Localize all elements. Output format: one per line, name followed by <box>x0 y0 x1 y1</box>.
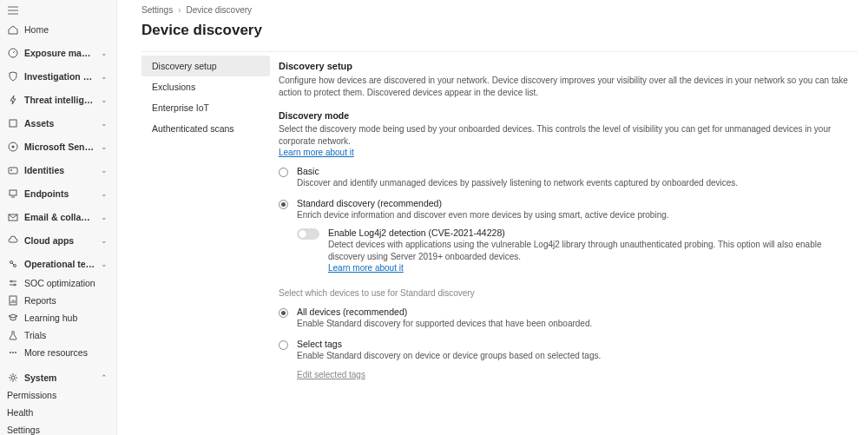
radio-standard-label: Standard discovery (recommended) <box>297 198 856 208</box>
radio-select-tags-label: Select tags <box>297 339 856 349</box>
sidebar-item-label: Learning hub <box>24 313 109 323</box>
sidebar-item-trials[interactable]: Trials <box>0 326 116 344</box>
sidebar-item-permissions[interactable]: Permissions <box>0 386 116 404</box>
gear-icon <box>7 372 19 384</box>
chevron-up-icon: ⌃ <box>101 373 109 382</box>
sidebar-item-label: Microsoft Sentinel <box>24 142 95 152</box>
sidebar-item-system[interactable]: System⌃ <box>0 369 116 386</box>
svg-point-10 <box>10 280 12 282</box>
sidebar-item-label: Operational technology <box>24 259 95 269</box>
sidebar-item-exposure-management[interactable]: Exposure management⌄ <box>0 44 116 62</box>
flask-icon <box>7 329 19 341</box>
radio-all-devices-label: All devices (recommended) <box>297 306 856 317</box>
sentinel-icon <box>7 141 19 153</box>
more-icon <box>7 346 19 359</box>
sidebar-item-cloud-apps[interactable]: Cloud apps⌄ <box>0 232 116 249</box>
edit-selected-tags-link[interactable]: Edit selected tags <box>297 370 365 379</box>
section-discovery-mode-desc: Select the discovery mode being used by … <box>279 123 856 147</box>
sidebar-item-threat-intelligence[interactable]: Threat intelligence⌄ <box>0 91 116 109</box>
sidebar-item-label: Settings <box>7 425 109 435</box>
sidebar-item-label: Cloud apps <box>24 235 95 246</box>
learn-more-link[interactable]: Learn more about it <box>279 148 354 157</box>
sidebar-item-label: Health <box>7 407 109 418</box>
radio-basic-input[interactable] <box>279 168 288 177</box>
radio-all-devices: All devices (recommended) Enable Standar… <box>279 306 856 330</box>
sidebar-item-investigation-response[interactable]: Investigation & response⌄ <box>0 68 116 85</box>
sidebar-item-label: SOC optimization <box>24 278 109 288</box>
chevron-down-icon: ⌄ <box>101 72 109 81</box>
chevron-down-icon: ⌄ <box>101 189 109 198</box>
radio-select-tags-desc: Enable Standard discovery on device or d… <box>297 350 856 362</box>
chevron-down-icon: ⌄ <box>101 166 109 175</box>
sidebar-item-assets[interactable]: Assets⌄ <box>0 115 116 132</box>
nav-system: System⌃PermissionsHealthSettings <box>0 363 116 435</box>
breadcrumb: Settings › Device discovery <box>141 5 858 15</box>
tab-authenticated-scans[interactable]: Authenticated scans <box>141 118 270 139</box>
sidebar-item-endpoints[interactable]: Endpoints⌄ <box>0 185 116 202</box>
toggle-log4j-desc: Detect devices with applications using t… <box>328 239 856 262</box>
sidebar-item-label: Reports <box>24 295 109 306</box>
radio-all-devices-desc: Enable Standard discovery for supported … <box>297 318 856 330</box>
vertical-tabs: Discovery setupExclusionsEnterprise IoTA… <box>141 52 270 379</box>
panel-intro: Configure how devices are discovered in … <box>279 75 856 98</box>
radio-all-devices-input[interactable] <box>279 308 288 318</box>
sidebar-item-operational-technology[interactable]: Operational technology⌄ <box>0 255 116 273</box>
sidebar-item-label: Permissions <box>7 390 109 400</box>
gauge-icon <box>7 47 19 59</box>
tab-discovery-setup[interactable]: Discovery setup <box>141 56 270 76</box>
tab-enterprise-iot[interactable]: Enterprise IoT <box>141 97 270 118</box>
chevron-right-icon: › <box>178 5 181 15</box>
section-select-devices: Select which devices to use for Standard… <box>279 288 856 298</box>
radio-select-tags-input[interactable] <box>279 340 288 350</box>
tune-icon <box>7 277 19 289</box>
page-title: Device discovery <box>141 22 858 39</box>
radio-standard: Standard discovery (recommended) Enrich … <box>279 198 856 274</box>
svg-rect-4 <box>9 168 17 174</box>
ot-icon <box>7 258 19 270</box>
sidebar-item-email-collaboration[interactable]: Email & collaboration⌄ <box>0 208 116 226</box>
sidebar-item-label: More resources <box>24 347 109 358</box>
section-discovery-mode: Discovery mode <box>279 110 856 121</box>
sidebar-item-more-resources[interactable]: More resources <box>0 344 116 361</box>
sidebar-item-home[interactable]: Home <box>0 21 116 38</box>
sidebar-item-label: Home <box>24 24 109 35</box>
svg-point-15 <box>15 352 16 353</box>
endpoint-icon <box>7 188 19 200</box>
radio-select-tags: Select tags Enable Standard discovery on… <box>279 339 856 362</box>
breadcrumb-item-current[interactable]: Device discovery <box>186 5 252 15</box>
svg-point-5 <box>10 169 12 171</box>
breadcrumb-item-settings[interactable]: Settings <box>141 5 173 15</box>
sidebar-item-label: Trials <box>24 330 109 340</box>
panel-heading: Discovery setup <box>279 61 856 71</box>
sidebar-item-soc-optimization[interactable]: SOC optimization <box>0 274 116 292</box>
chevron-down-icon: ⌄ <box>101 213 109 221</box>
learn-more-log4j-link[interactable]: Learn more about it <box>328 263 404 273</box>
sidebar-item-label: Identities <box>24 165 95 175</box>
radio-standard-input[interactable] <box>279 200 288 209</box>
svg-point-16 <box>11 376 15 379</box>
sidebar-item-microsoft-sentinel[interactable]: Microsoft Sentinel⌄ <box>0 138 116 155</box>
shield-icon <box>7 70 19 82</box>
chevron-down-icon: ⌄ <box>101 260 109 268</box>
radio-basic-label: Basic <box>297 166 856 176</box>
radio-basic-desc: Discover and identify unmanaged devices … <box>297 177 856 189</box>
svg-rect-6 <box>10 190 16 195</box>
svg-point-3 <box>12 146 15 148</box>
main-area: Settings › Device discovery Device disco… <box>117 0 868 435</box>
report-icon <box>7 294 19 306</box>
nav-primary: HomeExposure management⌄Investigation & … <box>0 21 116 273</box>
menu-toggle-icon[interactable] <box>0 3 116 17</box>
sidebar-item-identities[interactable]: Identities⌄ <box>0 161 116 179</box>
sidebar-item-health[interactable]: Health <box>0 404 116 421</box>
toggle-log4j-switch[interactable] <box>297 228 319 240</box>
panel-discovery-setup: Discovery setup Configure how devices ar… <box>270 52 858 379</box>
sidebar-item-learning-hub[interactable]: Learning hub <box>0 309 116 326</box>
svg-point-14 <box>12 352 14 353</box>
sidebar-item-label: Investigation & response <box>24 71 95 82</box>
chevron-down-icon: ⌄ <box>101 119 109 128</box>
sidebar-item-reports[interactable]: Reports <box>0 292 116 309</box>
svg-rect-1 <box>10 120 16 127</box>
sidebar-item-settings[interactable]: Settings <box>0 421 116 435</box>
chevron-down-icon: ⌄ <box>101 96 109 104</box>
tab-exclusions[interactable]: Exclusions <box>141 76 270 97</box>
